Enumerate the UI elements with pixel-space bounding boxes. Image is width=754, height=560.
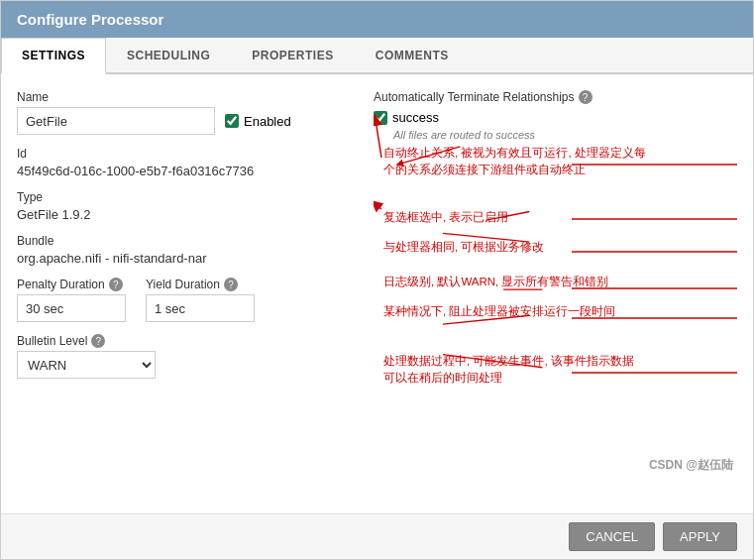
apply-button[interactable]: APPLY bbox=[663, 522, 737, 551]
content-area: Name Enabled Id 45f49c6d-016c-1000-e5b7-… bbox=[1, 74, 753, 513]
name-row: Enabled bbox=[17, 107, 354, 135]
dialog-header: Configure Processor bbox=[1, 1, 753, 38]
id-value: 45f49c6d-016c-1000-e5b7-f6a0316c7736 bbox=[17, 164, 354, 178]
bundle-label: Bundle bbox=[17, 234, 354, 248]
name-field-group: Name Enabled bbox=[17, 90, 354, 135]
tab-properties[interactable]: PROPERTIES bbox=[231, 38, 354, 72]
duration-row: Penalty Duration ? Yield Duration ? bbox=[17, 278, 354, 322]
annotation-6: 处理数据过程中, 可能发生事件, 该事件指示数据可以在稍后的时间处理 bbox=[383, 353, 634, 388]
success-hint: All files are routed to success bbox=[393, 129, 737, 141]
success-checkbox[interactable] bbox=[374, 111, 387, 125]
success-check-group: success bbox=[374, 110, 737, 125]
enabled-checkbox[interactable] bbox=[225, 114, 239, 128]
penalty-help-icon[interactable]: ? bbox=[109, 278, 123, 291]
type-label: Type bbox=[17, 190, 354, 204]
type-field-group: Type GetFile 1.9.2 bbox=[17, 190, 354, 222]
yield-label: Yield Duration ? bbox=[146, 278, 255, 291]
yield-input[interactable] bbox=[146, 294, 255, 322]
bulletin-help-icon[interactable]: ? bbox=[91, 334, 105, 348]
bundle-value: org.apache.nifi - nifi-standard-nar bbox=[17, 251, 354, 266]
bulletin-select[interactable]: WARN DEBUG INFO ERROR bbox=[17, 351, 156, 379]
bulletin-field-group: Bulletin Level ? WARN DEBUG INFO ERROR bbox=[17, 334, 354, 379]
tab-settings[interactable]: SETTINGS bbox=[1, 38, 106, 74]
success-label: success bbox=[392, 110, 439, 125]
bundle-field-group: Bundle org.apache.nifi - nifi-standard-n… bbox=[17, 234, 354, 266]
left-column: Name Enabled Id 45f49c6d-016c-1000-e5b7-… bbox=[17, 90, 354, 498]
annotation-3: 与处理器相同, 可根据业务修改 bbox=[383, 239, 544, 256]
annotation-4: 日志级别, 默认WARN, 显示所有警告和错别 bbox=[383, 274, 609, 290]
penalty-label: Penalty Duration ? bbox=[17, 278, 126, 291]
yield-help-icon[interactable]: ? bbox=[224, 278, 238, 291]
watermark: CSDN @赵伍陆 bbox=[649, 457, 733, 474]
footer: CANCEL APPLY bbox=[1, 513, 753, 559]
bulletin-label: Bulletin Level ? bbox=[17, 334, 354, 348]
tabs-bar: SETTINGS SCHEDULING PROPERTIES COMMENTS bbox=[1, 38, 753, 74]
annotation-5: 某种情况下, 阻止处理器被安排运行一段时间 bbox=[383, 303, 615, 320]
right-column: Automatically Terminate Relationships ? … bbox=[374, 90, 737, 498]
tab-comments[interactable]: COMMENTS bbox=[355, 38, 470, 72]
auto-terminate-title: Automatically Terminate Relationships ? bbox=[374, 90, 737, 104]
penalty-group: Penalty Duration ? bbox=[17, 278, 126, 322]
id-field-group: Id 45f49c6d-016c-1000-e5b7-f6a0316c7736 bbox=[17, 147, 354, 178]
auto-terminate-help-icon[interactable]: ? bbox=[579, 90, 592, 104]
penalty-input[interactable] bbox=[17, 294, 126, 322]
annotation-1: 自动终止关系, 被视为有效且可运行, 处理器定义每个的关系必须连接下游组件或自动… bbox=[383, 145, 646, 179]
annotation-2: 复选框选中, 表示已启用 bbox=[383, 209, 508, 226]
tab-scheduling[interactable]: SCHEDULING bbox=[106, 38, 231, 72]
id-label: Id bbox=[17, 147, 354, 161]
cancel-button[interactable]: CANCEL bbox=[569, 522, 655, 551]
enabled-check-group: Enabled bbox=[225, 114, 291, 129]
yield-group: Yield Duration ? bbox=[146, 278, 255, 322]
configure-processor-dialog: Configure Processor SETTINGS SCHEDULING … bbox=[0, 0, 754, 560]
enabled-label: Enabled bbox=[244, 114, 291, 129]
dialog-title: Configure Processor bbox=[17, 11, 163, 28]
type-value: GetFile 1.9.2 bbox=[17, 207, 354, 222]
name-input[interactable] bbox=[17, 107, 215, 135]
name-label: Name bbox=[17, 90, 354, 104]
